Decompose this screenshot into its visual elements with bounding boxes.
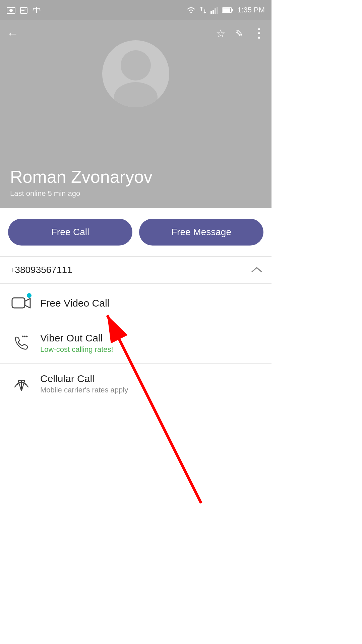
status-bar-left — [7, 6, 41, 14]
cellular-call-item[interactable]: Cellular Call Mobile carrier's rates app… — [0, 364, 272, 404]
signal-icon — [210, 6, 218, 14]
calendar-icon — [20, 6, 27, 14]
svg-point-21 — [22, 336, 24, 337]
svg-rect-17 — [232, 9, 233, 11]
viber-out-call-text: Viber Out Call Low-cost calling rates! — [40, 332, 113, 354]
notification-dot — [27, 293, 32, 298]
call-options-list: Free Video Call Viber Out Call Low-cost … — [0, 283, 272, 404]
svg-point-18 — [121, 50, 151, 80]
battery-icon — [222, 7, 233, 13]
svg-rect-14 — [217, 7, 218, 14]
svg-rect-20 — [12, 298, 25, 308]
viber-out-icon-container — [9, 333, 34, 353]
free-call-button[interactable]: Free Call — [8, 219, 132, 246]
cellular-call-subtitle: Mobile carrier's rates apply — [40, 386, 128, 394]
viber-out-call-item[interactable]: Viber Out Call Low-cost calling rates! — [0, 323, 272, 364]
svg-rect-8 — [23, 10, 24, 11]
cellular-call-icon — [12, 374, 31, 393]
more-button[interactable]: ⋮ — [253, 26, 265, 41]
status-bar-right: 1:35 PM — [186, 6, 265, 14]
free-video-call-icon-container — [9, 293, 34, 313]
free-video-call-text: Free Video Call — [40, 298, 109, 309]
svg-point-1 — [9, 9, 13, 12]
photo-icon — [7, 6, 15, 14]
time-display: 1:35 PM — [237, 6, 265, 14]
toolbar-left: ← — [7, 26, 19, 41]
scale-icon — [32, 6, 41, 14]
free-message-button[interactable]: Free Message — [139, 219, 263, 246]
back-button[interactable]: ← — [7, 26, 19, 41]
status-bar: 1:35 PM — [0, 0, 272, 20]
svg-rect-13 — [215, 8, 216, 14]
contact-status: Last online 5 min ago — [10, 189, 261, 198]
phone-row[interactable]: +38093567111 — [0, 256, 272, 283]
svg-point-19 — [114, 82, 158, 107]
avatar-container — [102, 40, 169, 107]
svg-rect-2 — [10, 7, 12, 8]
wifi-icon — [186, 6, 196, 14]
avatar — [102, 40, 169, 107]
viber-out-call-icon — [12, 334, 31, 353]
svg-rect-7 — [21, 10, 23, 11]
toolbar-right: ☆ ✎ ⋮ — [216, 26, 265, 41]
chevron-up-icon[interactable] — [251, 265, 262, 275]
svg-rect-12 — [213, 10, 214, 14]
svg-point-22 — [24, 336, 26, 337]
svg-rect-11 — [210, 11, 212, 14]
data-arrows-icon — [200, 6, 206, 14]
contact-info: Roman Zvonaryov Last online 5 min ago — [10, 167, 261, 198]
avatar-silhouette-icon — [102, 40, 169, 107]
profile-header: ← ☆ ✎ ⋮ Roman Zvonaryov Last online 5 mi… — [0, 20, 272, 208]
cellular-call-text: Cellular Call Mobile carrier's rates app… — [40, 373, 128, 394]
contact-name: Roman Zvonaryov — [10, 167, 261, 186]
edit-button[interactable]: ✎ — [235, 28, 243, 40]
buttons-area: Free Call Free Message — [0, 208, 272, 256]
svg-point-23 — [26, 336, 28, 337]
video-call-icon — [11, 296, 32, 311]
free-video-call-item[interactable]: Free Video Call — [0, 284, 272, 323]
cellular-icon-container — [9, 374, 34, 394]
viber-out-call-subtitle: Low-cost calling rates! — [40, 345, 113, 354]
favorite-button[interactable]: ☆ — [216, 27, 226, 40]
svg-rect-16 — [223, 8, 230, 12]
phone-number: +38093567111 — [9, 265, 72, 275]
cellular-call-title: Cellular Call — [40, 373, 128, 384]
viber-out-call-title: Viber Out Call — [40, 332, 113, 344]
free-video-call-title: Free Video Call — [40, 298, 109, 309]
